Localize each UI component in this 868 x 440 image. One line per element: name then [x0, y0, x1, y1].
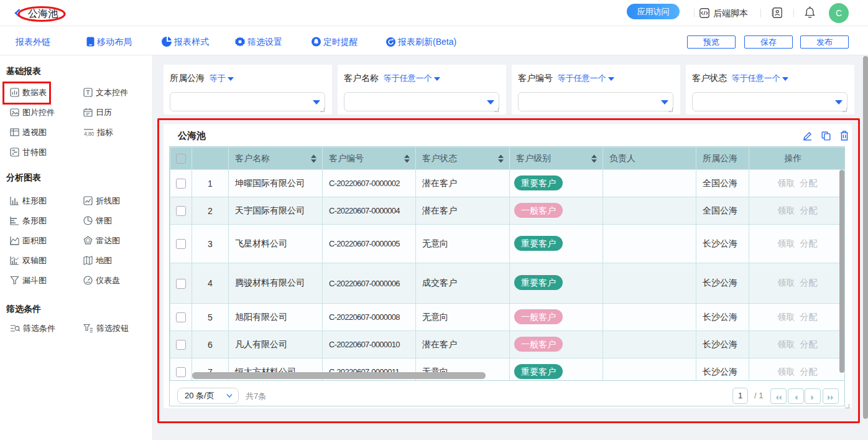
- svg-text:4,80: 4,80: [84, 131, 94, 137]
